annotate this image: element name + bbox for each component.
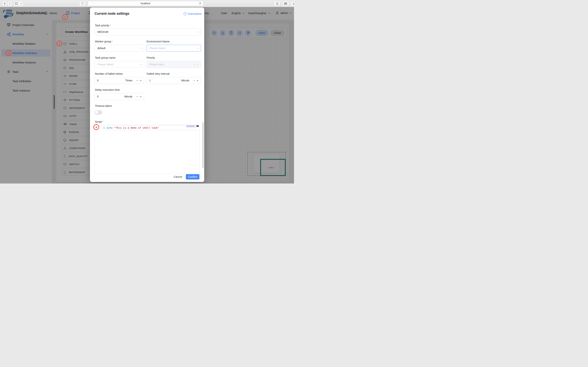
task-group-label: Task group name	[95, 56, 115, 59]
forward-icon	[9, 2, 10, 5]
sidebar-icon	[15, 2, 18, 5]
chevron-down-icon	[197, 31, 199, 33]
delay-time-input[interactable]: 0 Minute − +	[95, 93, 144, 100]
page: localhost DolphinScheduler Home	[0, 0, 294, 184]
confirm-button[interactable]: Confirm	[186, 174, 199, 179]
browser-chrome: localhost	[0, 0, 294, 7]
timeout-alarm-label: Timeout alarm	[95, 104, 112, 108]
required-mark: *	[102, 120, 103, 123]
browser-sidebar-button[interactable]	[14, 1, 23, 6]
browser-share-button[interactable]	[274, 1, 280, 6]
back-icon	[4, 2, 6, 5]
annotation-circle-1: 1	[62, 14, 68, 20]
task-group-placeholder: Please Select	[97, 63, 114, 66]
refresh-icon[interactable]	[199, 2, 201, 5]
minus-icon[interactable]: −	[136, 79, 138, 82]
worker-group-select[interactable]: default	[95, 45, 144, 52]
delay-time-label: Delay execution time	[95, 88, 120, 91]
plus-icon[interactable]: +	[197, 79, 199, 82]
minus-icon[interactable]: −	[193, 63, 195, 66]
failed-retries-value: 0	[97, 79, 125, 82]
chevron-down-icon	[197, 47, 199, 49]
retry-interval-value: 1	[149, 79, 181, 82]
browser-new-tab-button[interactable]	[291, 1, 294, 6]
task-priority-label: Task priority*	[95, 24, 111, 27]
instructions-link[interactable]: ? Instructions	[183, 12, 202, 15]
code-string: "This is a demo of shell task"	[112, 126, 159, 129]
worker-group-label: Worker group*	[95, 40, 113, 43]
worker-group-value: default	[97, 47, 105, 50]
node-settings-modal: Current node settings ? Instructions Tas…	[90, 8, 204, 182]
confirm-label: Confirm	[188, 175, 197, 178]
script-label: Script*	[95, 120, 103, 123]
editor-minimap	[186, 125, 196, 128]
retry-interval-unit: Minute	[181, 79, 189, 82]
chevron-down-icon	[140, 47, 142, 49]
annotation-circle-2: 2	[6, 50, 11, 56]
required-mark: *	[112, 40, 113, 43]
script-editor[interactable]: 1 echo "This is a demo of shell task"	[95, 125, 199, 174]
browser-privacy-button[interactable]	[79, 1, 86, 6]
environment-select[interactable]: Please Select	[147, 45, 201, 52]
minus-icon[interactable]: −	[193, 79, 195, 82]
modal-scrollbar-thumb[interactable]	[202, 122, 203, 168]
plus-icon	[293, 3, 294, 5]
browser-forward-button[interactable]	[7, 1, 12, 6]
minimap-segment	[188, 126, 194, 126]
priority-label: Priority	[147, 56, 155, 59]
plus-icon[interactable]: +	[140, 79, 142, 82]
tab-grid-icon	[284, 2, 287, 5]
browser-back-button[interactable]	[2, 1, 7, 6]
minimap-segment	[187, 126, 188, 126]
plus-icon[interactable]: +	[197, 63, 199, 66]
browser-url-bar[interactable]: localhost	[88, 1, 203, 6]
task-group-select[interactable]: Please Select	[95, 61, 144, 68]
priority-input[interactable]: Please Input − +	[147, 61, 201, 68]
share-icon	[276, 2, 278, 5]
delay-time-value: 0	[97, 95, 124, 98]
modal-title: Current node settings	[95, 12, 130, 16]
cancel-label: Cancel	[173, 175, 182, 178]
failed-retries-unit: Times	[125, 79, 133, 82]
editor-code-line[interactable]: echo "This is a demo of shell task"	[107, 126, 159, 129]
instructions-label: Instructions	[188, 12, 202, 15]
timeout-alarm-toggle[interactable]	[95, 110, 102, 115]
failed-retries-input[interactable]: 0 Times − +	[95, 77, 144, 84]
help-icon: ?	[183, 12, 187, 15]
minus-icon[interactable]: −	[136, 95, 138, 98]
priority-placeholder: Please Input	[149, 63, 192, 66]
task-priority-value: MEDIUM	[97, 30, 108, 33]
retry-interval-label: Failed retry interval	[147, 72, 169, 75]
annotation-circle-3: 3	[56, 41, 62, 46]
environment-placeholder: Please Select	[149, 47, 166, 50]
code-keyword: echo	[107, 126, 112, 129]
required-mark: *	[110, 24, 111, 27]
url-text: localhost	[141, 2, 150, 5]
environment-label: Environment Name	[147, 40, 170, 43]
current-line-border	[106, 130, 196, 130]
browser-tabs-button[interactable]	[282, 1, 289, 6]
annotation-circle-4: 4	[93, 124, 99, 130]
retry-interval-input[interactable]: 1 Minute − +	[147, 77, 201, 84]
failed-retries-label: Number of failed retries	[95, 72, 123, 75]
editor-line-number: 1	[100, 126, 105, 129]
chevron-down-icon	[20, 3, 22, 4]
current-line-border	[106, 125, 196, 125]
cancel-button[interactable]: Cancel	[172, 174, 184, 179]
editor-scrollbar-thumb[interactable]	[197, 125, 199, 127]
delay-time-unit: Minute	[124, 95, 132, 98]
plus-icon[interactable]: +	[140, 95, 142, 98]
toggle-knob	[95, 111, 98, 114]
task-priority-select[interactable]: MEDIUM	[95, 28, 201, 35]
chevron-down-icon	[140, 63, 142, 65]
shield-icon	[82, 2, 83, 5]
